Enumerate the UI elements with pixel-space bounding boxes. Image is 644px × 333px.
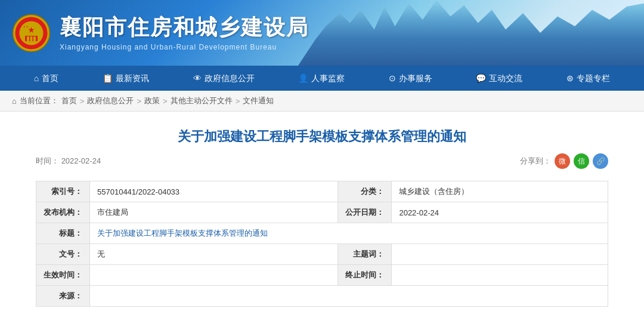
service-icon: ⊙ xyxy=(389,66,396,91)
home-breadcrumb-icon: ⌂ xyxy=(12,97,17,106)
value-source xyxy=(90,286,608,307)
site-title-en: Xiangyang Housing and Urban-Rural Develo… xyxy=(60,43,309,51)
article-title: 关于加强建设工程脚手架模板支撑体系管理的通知 xyxy=(36,127,608,146)
weibo-icon: 微 xyxy=(559,156,566,166)
share-wechat-button[interactable]: 信 xyxy=(574,153,589,169)
nav-services[interactable]: ⊙ 办事服务 xyxy=(383,66,438,91)
doc-title-link[interactable]: 关于加强建设工程脚手架模板支撑体系管理的通知 xyxy=(97,229,268,238)
breadcrumb-home[interactable]: 首页 xyxy=(61,95,77,106)
table-row: 索引号： 557010441/2022-04033 分类： 城乡建设（含住房） xyxy=(36,181,608,202)
breadcrumb-current: 文件通知 xyxy=(243,95,274,106)
share-weibo-button[interactable]: 微 xyxy=(555,153,570,169)
header-text: 襄阳市住房和城乡建设局 Xiangyang Housing and Urban-… xyxy=(60,14,309,51)
main-content: 关于加强建设工程脚手架模板支撑体系管理的通知 时间： 2022-02-24 分享… xyxy=(0,112,644,322)
value-category: 城乡建设（含住房） xyxy=(392,181,608,202)
breadcrumb-gov-info[interactable]: 政府信息公开 xyxy=(87,95,134,106)
label-category: 分类： xyxy=(338,181,392,202)
eye-icon: 👁 xyxy=(193,66,202,91)
svg-rect-5 xyxy=(33,36,36,41)
news-icon: 📋 xyxy=(103,66,113,91)
city-skyline-image xyxy=(298,0,644,66)
svg-rect-7 xyxy=(24,35,39,36)
topics-icon: ⊛ xyxy=(566,66,574,91)
breadcrumb-sep-3: > xyxy=(163,97,168,106)
nav-personnel[interactable]: 👤 人事监察 xyxy=(292,66,351,91)
site-header: 襄阳市住房和城乡建设局 Xiangyang Housing and Urban-… xyxy=(0,0,644,66)
value-effective-date xyxy=(90,265,338,286)
nav-gov-info[interactable]: 👁 政府信息公开 xyxy=(187,66,261,91)
home-icon: ⌂ xyxy=(34,66,39,91)
national-emblem-icon xyxy=(12,14,51,53)
label-doc-title: 标题： xyxy=(36,223,90,244)
table-row: 生效时间： 终止时间： xyxy=(36,265,608,286)
label-index: 索引号： xyxy=(36,181,90,202)
nav-interaction[interactable]: 💬 互动交流 xyxy=(470,66,528,91)
article-meta: 时间： 2022-02-24 分享到： 微 信 🔗 xyxy=(36,153,608,169)
value-keywords xyxy=(392,244,608,265)
share-area: 分享到： 微 信 🔗 xyxy=(520,153,608,169)
svg-rect-4 xyxy=(27,36,29,41)
label-keywords: 主题词： xyxy=(338,244,392,265)
nav-home[interactable]: ⌂ 首页 xyxy=(28,66,64,91)
table-row: 发布机构： 市住建局 公开日期： 2022-02-24 xyxy=(36,202,608,223)
breadcrumb-public-docs[interactable]: 其他主动公开文件 xyxy=(171,95,233,106)
breadcrumb-sep-1: > xyxy=(80,97,85,106)
label-effective-date: 生效时间： xyxy=(36,265,90,286)
site-title-cn: 襄阳市住房和城乡建设局 xyxy=(60,14,309,40)
value-publisher: 市住建局 xyxy=(90,202,338,223)
value-publish-date: 2022-02-24 xyxy=(392,202,608,223)
label-end-date: 终止时间： xyxy=(338,265,392,286)
main-navbar: ⌂ 首页 📋 最新资讯 👁 政府信息公开 👤 人事监察 ⊙ 办事服务 💬 互动交… xyxy=(0,66,644,91)
table-row: 来源： xyxy=(36,286,608,307)
chat-icon: 💬 xyxy=(476,66,486,91)
copy-icon: 🔗 xyxy=(596,157,605,165)
person-icon: 👤 xyxy=(298,66,308,91)
info-table: 索引号： 557010441/2022-04033 分类： 城乡建设（含住房） … xyxy=(36,181,608,307)
article-time-area: 时间： 2022-02-24 xyxy=(36,156,101,166)
value-doc-title: 关于加强建设工程脚手架模板支撑体系管理的通知 xyxy=(90,223,608,244)
breadcrumb-sep-2: > xyxy=(137,97,141,106)
wechat-icon: 信 xyxy=(578,156,585,166)
label-publisher: 发布机构： xyxy=(36,202,90,223)
breadcrumb-sep-4: > xyxy=(236,97,240,106)
svg-point-2 xyxy=(20,21,44,45)
value-doc-number: 无 xyxy=(90,244,338,265)
label-doc-number: 文号： xyxy=(36,244,90,265)
label-publish-date: 公开日期： xyxy=(338,202,392,223)
breadcrumb-policy[interactable]: 政策 xyxy=(144,95,160,106)
table-row: 标题： 关于加强建设工程脚手架模板支撑体系管理的通知 xyxy=(36,223,608,244)
table-row: 文号： 无 主题词： xyxy=(36,244,608,265)
breadcrumb: ⌂ 当前位置： 首页 > 政府信息公开 > 政策 > 其他主动公开文件 > 文件… xyxy=(0,91,644,112)
value-end-date xyxy=(392,265,608,286)
svg-rect-6 xyxy=(30,36,33,41)
header-logo-area: 襄阳市住房和城乡建设局 Xiangyang Housing and Urban-… xyxy=(0,14,309,53)
nav-news[interactable]: 📋 最新资讯 xyxy=(97,66,155,91)
value-index: 557010441/2022-04033 xyxy=(90,181,338,202)
nav-topics[interactable]: ⊛ 专题专栏 xyxy=(561,66,616,91)
share-copy-button[interactable]: 🔗 xyxy=(593,153,608,169)
label-source: 来源： xyxy=(36,286,90,307)
